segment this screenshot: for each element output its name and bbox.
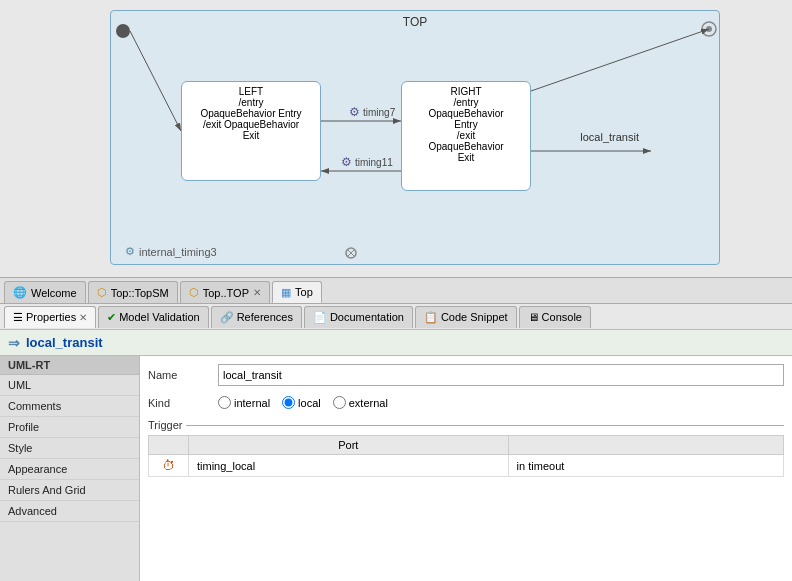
ref-icon: 🔗 (220, 311, 234, 324)
radio-internal[interactable]: internal (218, 396, 270, 409)
tab-top-top-close[interactable]: ✕ (253, 287, 261, 298)
prop-tab-references[interactable]: 🔗 References (211, 306, 302, 328)
table-row[interactable]: ⏱ timing_local in timeout (149, 455, 784, 477)
prop-tab-validation-label: Model Validation (119, 311, 200, 323)
sidebar-item-profile[interactable]: Profile (0, 417, 139, 438)
sidebar-section-header: UML-RT (0, 356, 139, 375)
name-label: Name (148, 369, 208, 381)
radio-internal-label: internal (234, 397, 270, 409)
radio-internal-input[interactable] (218, 396, 231, 409)
radio-external[interactable]: external (333, 396, 388, 409)
tab-top-label: Top (295, 286, 313, 298)
trigger-label: Trigger (148, 419, 182, 431)
prop-right: Name Kind internal local (140, 356, 792, 581)
sidebar-item-comments[interactable]: Comments (0, 396, 139, 417)
radio-external-input[interactable] (333, 396, 346, 409)
prop-tab-model-validation[interactable]: ✔ Model Validation (98, 306, 209, 328)
table-cell-timeout: in timeout (508, 455, 783, 477)
svg-text:timing7: timing7 (363, 107, 396, 118)
internal-timing-icon: ⚙ (125, 245, 135, 258)
diagram-bottom-label: ⚙ internal_timing3 (125, 245, 217, 258)
transition-icon: ⇒ (8, 335, 20, 351)
state-left-exit: /exit OpaqueBehavior (188, 119, 314, 130)
kind-radio-group: internal local external (218, 396, 388, 409)
tab-topsm-label: Top::TopSM (111, 287, 169, 299)
radio-local-input[interactable] (282, 396, 295, 409)
trigger-label-row: Trigger (148, 419, 784, 431)
prop-title-text: local_transit (26, 335, 103, 350)
prop-sidebar: UML-RT UML Comments Profile Style Appear… (0, 356, 140, 581)
prop-content: UML-RT UML Comments Profile Style Appear… (0, 356, 792, 581)
name-input[interactable] (218, 364, 784, 386)
sm-icon-1: ⬡ (97, 286, 107, 299)
prop-tab-properties[interactable]: ☰ Properties ✕ (4, 306, 96, 328)
table-col-icon (149, 436, 189, 455)
state-right[interactable]: RIGHT /entry OpaqueBehavior Entry /exit … (401, 81, 531, 191)
prop-tab-bar: ☰ Properties ✕ ✔ Model Validation 🔗 Refe… (0, 304, 792, 330)
state-right-exit: /exit (408, 130, 524, 141)
prop-tab-console[interactable]: 🖥 Console (519, 306, 591, 328)
properties-area: ☰ Properties ✕ ✔ Model Validation 🔗 Refe… (0, 304, 792, 581)
diagram-area: TOP ⚙ timing7 ⚙ timing11 (0, 0, 792, 278)
transit-label: local_transit (580, 131, 639, 143)
sidebar-item-appearance[interactable]: Appearance (0, 459, 139, 480)
state-left-name: LEFT (188, 86, 314, 97)
prop-tab-documentation-label: Documentation (330, 311, 404, 323)
properties-icon: ☰ (13, 311, 23, 324)
trigger-section: Trigger Port ⏱ (148, 419, 784, 477)
name-row: Name (148, 364, 784, 386)
svg-text:⚙: ⚙ (341, 155, 352, 169)
prop-tab-code-label: Code Snippet (441, 311, 508, 323)
trigger-table: Port ⏱ timing_local in timeout (148, 435, 784, 477)
svg-line-15 (348, 250, 354, 256)
tab-topsm[interactable]: ⬡ Top::TopSM (88, 281, 178, 303)
code-icon: 📋 (424, 311, 438, 324)
tab-top-top[interactable]: ⬡ Top..TOP ✕ (180, 281, 270, 303)
prop-tab-code-snippet[interactable]: 📋 Code Snippet (415, 306, 517, 328)
tab-top-top-label: Top..TOP (203, 287, 249, 299)
tab-welcome[interactable]: 🌐 Welcome (4, 281, 86, 303)
prop-tab-properties-close[interactable]: ✕ (79, 312, 87, 323)
state-right-entry-behavior2: Entry (408, 119, 524, 130)
state-right-exit-end: Exit (408, 152, 524, 163)
svg-text:⚙: ⚙ (349, 105, 360, 119)
table-col-port: Port (189, 436, 509, 455)
prop-title-bar: ⇒ local_transit (0, 330, 792, 356)
diagram-icon: ▦ (281, 286, 291, 299)
check-icon: ✔ (107, 311, 116, 324)
svg-point-11 (706, 26, 712, 32)
radio-local-label: local (298, 397, 321, 409)
tab-welcome-label: Welcome (31, 287, 77, 299)
table-cell-name: timing_local (189, 455, 509, 477)
trigger-line (186, 425, 784, 426)
tab-bar: 🌐 Welcome ⬡ Top::TopSM ⬡ Top..TOP ✕ ▦ To… (0, 278, 792, 304)
radio-external-label: external (349, 397, 388, 409)
sidebar-item-uml[interactable]: UML (0, 375, 139, 396)
table-cell-icon: ⏱ (149, 455, 189, 477)
state-right-name: RIGHT (408, 86, 524, 97)
sidebar-item-style[interactable]: Style (0, 438, 139, 459)
sm-icon-2: ⬡ (189, 286, 199, 299)
state-left[interactable]: LEFT /entry OpaqueBehavior Entry /exit O… (181, 81, 321, 181)
svg-point-10 (702, 22, 716, 36)
prop-tab-properties-label: Properties (26, 311, 76, 323)
svg-text:timing11: timing11 (355, 157, 393, 168)
prop-tab-references-label: References (237, 311, 293, 323)
kind-label: Kind (148, 397, 208, 409)
table-col-extra (508, 436, 783, 455)
kind-row: Kind internal local external (148, 396, 784, 409)
diagram-canvas: TOP ⚙ timing7 ⚙ timing11 (110, 10, 720, 265)
tab-top[interactable]: ▦ Top (272, 281, 322, 303)
sidebar-item-advanced[interactable]: Advanced (0, 501, 139, 522)
svg-point-8 (116, 24, 130, 38)
svg-line-9 (130, 31, 181, 131)
svg-line-12 (531, 29, 709, 91)
prop-tab-documentation[interactable]: 📄 Documentation (304, 306, 413, 328)
doc-icon: 📄 (313, 311, 327, 324)
radio-local[interactable]: local (282, 396, 321, 409)
sidebar-item-rulers-and-grid[interactable]: Rulers And Grid (0, 480, 139, 501)
svg-point-13 (346, 248, 356, 258)
console-icon: 🖥 (528, 311, 539, 323)
welcome-icon: 🌐 (13, 286, 27, 299)
state-left-entry-behavior: OpaqueBehavior Entry (188, 108, 314, 119)
